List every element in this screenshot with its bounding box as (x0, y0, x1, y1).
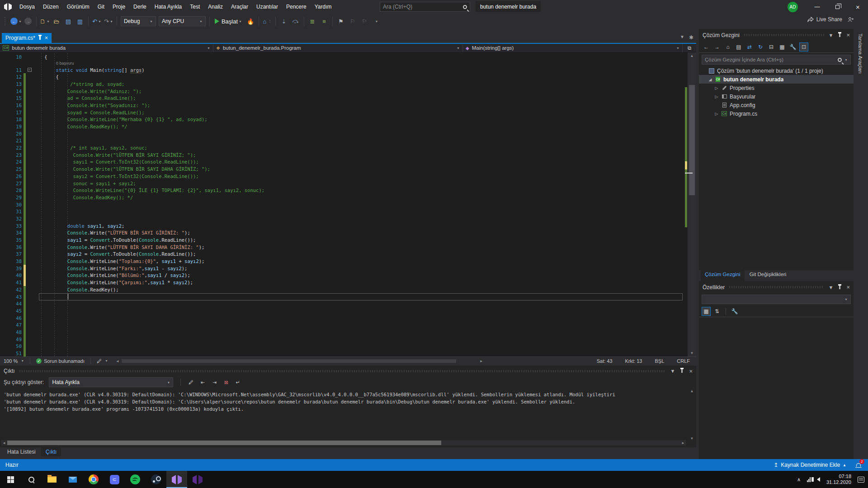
output-source-dropdown[interactable]: Hata Ayıkla▼ (49, 377, 173, 387)
line-ending-indicator[interactable]: CRLF (670, 358, 696, 364)
restore-button[interactable] (827, 0, 848, 14)
editor-horizontal-scrollbar[interactable]: ◄ ► (115, 358, 587, 364)
fold-collapse-icon[interactable]: − (28, 68, 32, 72)
close-panel-icon[interactable]: × (689, 368, 693, 375)
nav-member-dropdown[interactable]: ◆ Main(string[] args)▼ (463, 44, 683, 52)
code-line-35[interactable]: 35 sayı1 = Convert.ToDouble(Console.Read… (0, 236, 689, 244)
save-all-button[interactable]: ▥ (75, 16, 85, 27)
attach-button[interactable]: ⌂⋮ (262, 16, 273, 27)
document-well-options-icon[interactable]: ✱ (689, 34, 693, 41)
new-file-button[interactable]: 🗋▼ (39, 16, 50, 27)
start-debugging-button[interactable]: Başlat▼ (212, 16, 244, 27)
menu-uzantılar[interactable]: Uzantılar (252, 0, 282, 14)
line-indicator[interactable]: Sat: 43 (590, 358, 619, 364)
panel-options-icon[interactable]: ▼ (829, 285, 834, 290)
code-line-47[interactable]: 47 (0, 321, 689, 328)
expander-icon[interactable]: ▷ (714, 112, 719, 116)
panel-options-icon[interactable]: ▼ (670, 368, 675, 374)
add-to-source-control-button[interactable]: ↥ Kaynak Denetimine Ekle ▲ (771, 460, 849, 469)
volume-icon[interactable] (817, 477, 820, 482)
code-line-51[interactable]: 51 (0, 350, 689, 357)
menu-test[interactable]: Test (186, 0, 204, 14)
back-icon[interactable]: ← (702, 42, 711, 52)
code-line-50[interactable]: 50 (0, 343, 689, 350)
properties-object-dropdown[interactable]: ▼ (702, 295, 851, 304)
taskbar-discord[interactable]: ⊂ (104, 471, 125, 488)
toolbar-overflow-button[interactable]: ▼ (371, 16, 382, 27)
code-editor[interactable]: 10 {0 başvuru11− static void Main(string… (0, 52, 696, 357)
sync-with-active-document-icon[interactable]: ⇄ (745, 42, 754, 52)
taskbar-chrome[interactable] (83, 471, 104, 488)
expander-icon[interactable]: ◢ (708, 77, 712, 82)
output-text[interactable]: 'butun denemelr burada.exe' (CLR v4.0.30… (4, 391, 686, 413)
expander-icon[interactable]: ▷ (714, 94, 719, 99)
tab-list-dropdown-icon[interactable]: ▼ (680, 34, 684, 41)
pin-panel-icon[interactable] (681, 369, 683, 373)
menu-yardım[interactable]: Yardım (311, 0, 336, 14)
menu-pencere[interactable]: Pencere (282, 0, 311, 14)
code-line-18[interactable]: 18 Console.WriteLine("Merhaba {0} {1} ",… (0, 116, 689, 123)
clear-all-icon[interactable]: ⊠ (222, 379, 230, 386)
solution-platforms-dropdown[interactable]: Any CPU▼ (159, 16, 206, 26)
solution-explorer-header[interactable]: Çözüm Gezgini ▼ × (699, 29, 854, 41)
open-file-button[interactable]: 🗁 (51, 16, 62, 27)
code-line-22[interactable]: 22 /* int sayı1, sayı2, sonuc; (0, 144, 689, 151)
code-line-37[interactable]: 37 sayı2 = Convert.ToDouble(Console.Read… (0, 251, 689, 258)
code-line-17[interactable]: 17 soyad = Console.ReadLine(); (0, 109, 689, 116)
taskbar-steam[interactable] (146, 471, 166, 488)
code-line-27[interactable]: 27 sonuc = sayı1 + sayı2; (0, 180, 689, 187)
properties-wrench-icon[interactable]: 🔧 (788, 42, 797, 52)
tool-tab-çıktı[interactable]: Çıktı (41, 447, 61, 456)
document-tab-program-cs[interactable]: Program.cs* × (2, 33, 52, 43)
code-line-46[interactable]: 46 (0, 314, 689, 322)
hidden-icons-chevron[interactable]: ∧ (797, 477, 801, 483)
quick-search-box[interactable]: Ara (Ctrl+Q) (380, 2, 470, 12)
collapse-all-icon[interactable]: ⊟ (767, 42, 776, 52)
minimize-button[interactable]: — (807, 0, 827, 14)
taskbar-spotify[interactable] (125, 471, 146, 488)
navigate-back-button[interactable]: ←▼ (10, 16, 22, 27)
tree-item-başvurular[interactable]: ▷Başvurular (699, 92, 854, 101)
alphabetical-icon[interactable]: ⇅ (712, 307, 722, 316)
code-line-21[interactable]: 21 (0, 137, 689, 145)
step-into-button[interactable]: ⇣ (278, 16, 289, 27)
code-cleanup-button[interactable]: 🖉▼ (93, 358, 112, 364)
code-line-36[interactable]: 36 Console.Write("LÜTFEN BİR SAYI DAHA G… (0, 244, 689, 251)
avatar[interactable]: AD (788, 2, 798, 12)
code-line-40[interactable]: 40 Console.WriteLine("Bölümü:",sayı1 / s… (0, 272, 689, 279)
code-line-42[interactable]: 42 Console.ReadKey(); (0, 286, 689, 293)
code-line-44[interactable]: 44 (0, 300, 689, 307)
panel-options-icon[interactable]: ▼ (829, 33, 834, 38)
indent-increase-button[interactable]: ≡ (319, 16, 330, 27)
code-line-10[interactable]: 10 { (0, 53, 689, 61)
close-button[interactable]: × (848, 0, 868, 14)
code-line-19[interactable]: 19 Console.ReadKey(); */ (0, 123, 689, 130)
previous-message-icon[interactable]: ⇤ (198, 379, 207, 386)
refresh-icon[interactable]: ↻ (756, 42, 765, 52)
panel-tab-çözüm-gezgini[interactable]: Çözüm Gezgini (701, 270, 745, 281)
pin-panel-icon[interactable] (839, 33, 840, 37)
menu-dosya[interactable]: Dosya (15, 0, 39, 14)
code-line-25[interactable]: 25 Console.Write("lÜTFEN BİR SAYI DAHA G… (0, 165, 689, 173)
code-line-28[interactable]: 28 Console.WriteLine("{0} İLE {1} TOPLAM… (0, 187, 689, 194)
preview-selected-items-icon[interactable]: ⊡ (799, 42, 808, 52)
solution-configurations-dropdown[interactable]: Debug▼ (121, 16, 156, 26)
action-center-icon[interactable] (858, 477, 864, 483)
live-share-button[interactable]: Live Share (816, 16, 842, 23)
code-line-30[interactable]: 30 (0, 201, 689, 208)
close-tab-icon[interactable]: × (45, 35, 48, 41)
code-line-48[interactable]: 48 (0, 328, 689, 336)
code-line-16[interactable]: 16 Console.Write("Soyadınız: "); (0, 102, 689, 109)
code-line-26[interactable]: 26 sayı2 = Convert.ToInt32(Console.ReadL… (0, 173, 689, 180)
undo-button[interactable]: ↶▼ (91, 16, 102, 27)
insert-mode-indicator[interactable]: BŞL (648, 358, 670, 364)
taskbar-mail[interactable] (62, 471, 83, 488)
word-wrap-icon[interactable]: ↵ (234, 379, 242, 386)
code-line-49[interactable]: 49 (0, 336, 689, 343)
properties-header[interactable]: Özellikler ▼ × (699, 281, 854, 293)
pin-tab-icon[interactable] (39, 36, 41, 40)
toolbar-grip[interactable] (5, 17, 6, 25)
next-bookmark-button[interactable]: ⚐ (359, 16, 370, 27)
code-line-32[interactable]: 32 (0, 215, 689, 222)
menu-hata-ayıkla[interactable]: Hata Ayıkla (151, 0, 186, 14)
